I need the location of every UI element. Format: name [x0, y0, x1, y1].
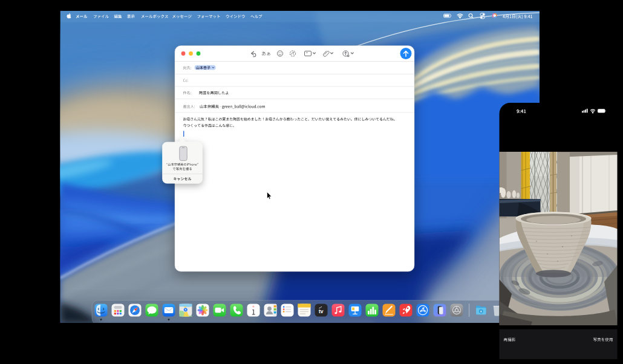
svg-text:tv: tv	[319, 308, 324, 314]
